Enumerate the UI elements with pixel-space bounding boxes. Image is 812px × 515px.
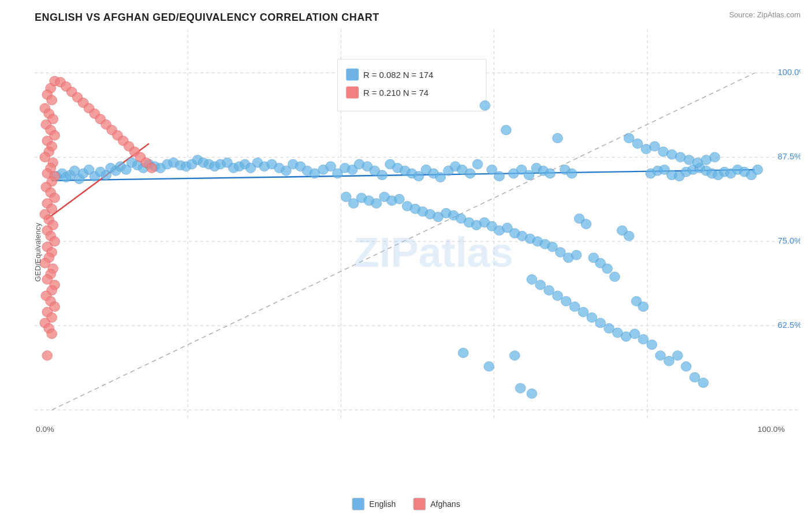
chart-container: ENGLISH VS AFGHAN GED/EQUIVALENCY CORREL… [0,0,812,515]
svg-point-189 [672,350,683,360]
legend: English Afghans [352,498,460,510]
svg-point-84 [435,173,446,182]
svg-text:100.0%: 100.0% [758,425,785,434]
svg-point-194 [509,350,520,360]
svg-point-102 [567,169,577,178]
svg-point-88 [465,169,475,178]
svg-point-192 [698,378,709,387]
svg-point-112 [638,302,649,312]
svg-text:0.0%: 0.0% [36,425,54,434]
svg-point-90 [480,100,490,110]
chart-title: ENGLISH VS AFGHAN GED/EQUIVALENCY CORREL… [35,12,800,24]
scatter-plot: 100.0% 87.5% 75.0% 62.5% 0.0% 100.0% R =… [35,29,800,475]
svg-point-261 [147,163,157,173]
svg-rect-18 [337,59,486,111]
svg-rect-21 [346,87,359,99]
legend-label-afghans: Afghans [430,499,460,509]
svg-point-134 [371,199,382,208]
svg-point-160 [571,250,582,260]
svg-point-262 [42,350,53,360]
svg-point-193 [458,348,468,358]
svg-point-196 [515,383,526,393]
chart-area: GED/Equivalency ZIPatlas 100.0% 87.5% 75… [35,29,800,475]
svg-point-104 [581,219,591,229]
english-swatch [352,498,364,510]
svg-point-110 [624,231,634,241]
svg-text:R =  0.082    N =  174: R = 0.082 N = 174 [363,70,433,80]
svg-point-92 [494,171,505,181]
svg-point-244 [47,329,57,339]
svg-point-93 [501,125,511,135]
legend-label-english: English [369,499,396,509]
svg-point-197 [527,389,537,398]
svg-text:100.0%: 100.0% [777,68,800,77]
svg-point-99 [545,169,556,178]
svg-point-108 [609,272,620,282]
legend-item-english: English [352,498,396,510]
svg-text:75.0%: 75.0% [777,236,800,245]
svg-text:R =  0.210    N =   74: R = 0.210 N = 74 [363,88,429,98]
y-axis-label: GED/Equivalency [33,223,42,282]
svg-point-171 [710,152,720,162]
svg-point-100 [553,133,563,143]
svg-point-186 [647,340,657,350]
svg-point-89 [472,159,483,169]
svg-point-201 [47,95,57,105]
svg-point-76 [377,170,388,180]
source-label: Source: ZipAtlas.com [729,10,800,19]
svg-point-107 [602,264,613,274]
svg-rect-19 [346,69,359,81]
legend-item-afghans: Afghans [413,498,460,510]
svg-text:87.5%: 87.5% [777,152,800,161]
svg-point-190 [681,361,691,371]
afghans-swatch [413,498,426,510]
svg-point-129 [753,165,763,174]
svg-point-137 [394,194,404,204]
svg-point-195 [484,361,494,371]
svg-text:62.5%: 62.5% [777,320,800,330]
